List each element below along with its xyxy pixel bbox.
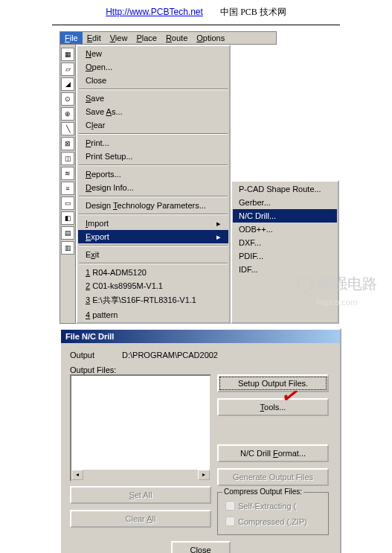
submenu-item[interactable]: PDIF... bbox=[233, 249, 337, 263]
page-header: Http://www.PCBTech.net 中国 PCB 技术网 bbox=[0, 0, 392, 25]
set-all-button[interactable]: SSet Allet All bbox=[70, 486, 211, 504]
tool-icon[interactable]: ◧ bbox=[61, 211, 74, 225]
generate-output-files-button[interactable]: Generate Output Files bbox=[217, 468, 329, 486]
menu-view[interactable]: View bbox=[106, 32, 132, 44]
header-text: 中国 PCB 技术网 bbox=[220, 7, 286, 17]
menubar: File Edit View Place Route Options bbox=[60, 31, 277, 45]
watermark: ◯ 华强电路hqpcb.com bbox=[297, 275, 377, 308]
submenu-item[interactable]: Gerber... bbox=[233, 196, 337, 209]
menu-item[interactable]: Save bbox=[78, 92, 228, 105]
menu-item[interactable]: Save As... bbox=[78, 105, 228, 118]
scroll-left-icon[interactable]: ◂ bbox=[71, 470, 83, 480]
header-divider bbox=[52, 25, 340, 25]
menu-place[interactable]: Place bbox=[132, 32, 161, 44]
dialog-titlebar: File N/C Drill bbox=[61, 330, 340, 343]
tool-icon[interactable]: ≡ bbox=[61, 182, 74, 195]
tool-icon[interactable]: ▭ bbox=[61, 196, 74, 210]
header-url[interactable]: Http://www.PCBTech.net bbox=[106, 7, 203, 17]
nc-drill-dialog: File N/C Drill ✓ Output D:\PROGRAM\PCAD2… bbox=[60, 328, 341, 553]
menu-item[interactable]: Clear bbox=[78, 118, 228, 132]
tool-icon[interactable]: ▥ bbox=[61, 241, 74, 255]
menu-options[interactable]: Options bbox=[192, 32, 229, 44]
self-extracting-label: Self-Extracting ( bbox=[238, 502, 296, 511]
tool-icon[interactable]: ⊕ bbox=[61, 107, 74, 121]
menu-item[interactable]: 2 C01-ks8995M-V1.1 bbox=[78, 279, 228, 293]
menu-item[interactable]: 4 pattern bbox=[78, 308, 228, 322]
menu-item[interactable]: Print Setup... bbox=[78, 150, 228, 163]
setup-output-files-button[interactable]: Setup Output Files. bbox=[217, 374, 329, 392]
menu-route[interactable]: Route bbox=[161, 32, 192, 44]
menu-item[interactable]: Design Info... bbox=[78, 181, 228, 194]
output-label: Output bbox=[70, 351, 122, 359]
tools-button[interactable]: Tools... bbox=[217, 398, 329, 416]
file-menu-dropdown: NewOpen...CloseSaveSave As...ClearPrint.… bbox=[76, 45, 231, 324]
tool-icon[interactable]: ▤ bbox=[61, 226, 74, 240]
tool-icon[interactable]: ◫ bbox=[61, 152, 74, 165]
tool-icon[interactable]: ⊙ bbox=[61, 92, 74, 106]
self-extracting-checkbox[interactable] bbox=[225, 501, 235, 511]
menu-item[interactable]: Reports... bbox=[78, 167, 228, 181]
menu-file[interactable]: File bbox=[60, 32, 83, 44]
close-button[interactable]: Close bbox=[171, 541, 231, 553]
tool-icon[interactable]: ⊠ bbox=[61, 137, 74, 150]
tool-icon[interactable]: ◢ bbox=[61, 77, 74, 91]
menu-item[interactable]: Export bbox=[78, 230, 228, 243]
menu-item[interactable]: 3 E:\共享\S16F-RTL8316-V1.1 bbox=[78, 293, 228, 308]
menu-item[interactable]: Close bbox=[78, 74, 228, 87]
compressed-zip-checkbox[interactable] bbox=[225, 517, 235, 526]
menu-item[interactable]: Import bbox=[78, 217, 228, 230]
menu-item[interactable]: Open... bbox=[78, 60, 228, 74]
output-path: D:\PROGRAM\PCAD2002 bbox=[122, 351, 218, 359]
vertical-toolbar: ▦ ▱ ◢ ⊙ ⊕ ╲ ⊠ ◫ ≋ ≡ ▭ ◧ ▤ ▥ bbox=[60, 45, 76, 324]
tool-icon[interactable]: ▱ bbox=[61, 63, 74, 76]
submenu-item[interactable]: P-CAD Shape Route... bbox=[233, 182, 337, 196]
compressed-zip-label: Compressed (.ZIP) bbox=[238, 517, 307, 526]
output-files-list[interactable]: ◂ ▸ bbox=[70, 374, 211, 482]
nc-drill-format-button[interactable]: N/C Drill Format... bbox=[217, 444, 329, 462]
scroll-right-icon[interactable]: ▸ bbox=[198, 470, 210, 480]
menu-edit[interactable]: Edit bbox=[83, 32, 106, 44]
submenu-item[interactable]: N/C Drill... bbox=[233, 209, 337, 223]
submenu-item[interactable]: DXF... bbox=[233, 236, 337, 249]
menu-item[interactable]: Exit bbox=[78, 248, 228, 261]
menu-item[interactable]: Design Technology Parameters... bbox=[78, 199, 228, 212]
tool-icon[interactable]: ╲ bbox=[61, 122, 74, 135]
submenu-item[interactable]: ODB++... bbox=[233, 223, 337, 236]
compress-fieldset: Compress Output Files: Self-Extracting (… bbox=[217, 492, 329, 535]
menu-item[interactable]: Print... bbox=[78, 136, 228, 150]
horizontal-scrollbar[interactable]: ◂ ▸ bbox=[71, 470, 210, 480]
tool-icon[interactable]: ≋ bbox=[61, 167, 74, 180]
clear-all-button[interactable]: Clear All bbox=[70, 510, 211, 528]
menu-item[interactable]: New bbox=[78, 47, 228, 60]
tool-icon[interactable]: ▦ bbox=[61, 48, 74, 61]
menu-item[interactable]: 1 R04-ADM5120 bbox=[78, 266, 228, 279]
output-files-label: Output Files: bbox=[70, 365, 331, 374]
submenu-item[interactable]: IDF... bbox=[233, 263, 337, 276]
compress-legend: Compress Output Files: bbox=[222, 488, 303, 496]
